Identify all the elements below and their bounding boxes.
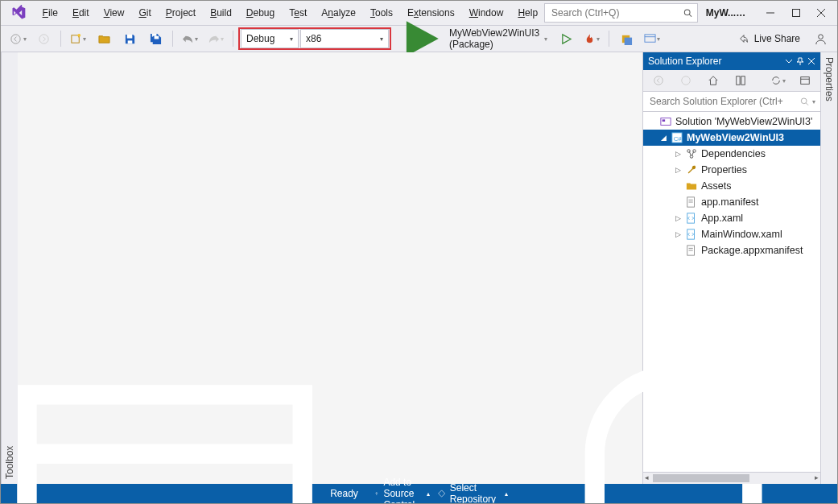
toolbox-tab[interactable]: Toolbox (1, 52, 18, 484)
svg-point-35 (690, 155, 693, 159)
start-without-debugging-button[interactable] (554, 29, 578, 48)
visual-studio-logo-icon (9, 3, 28, 23)
xaml-icon (685, 212, 698, 225)
menu-build[interactable]: Build (204, 4, 238, 22)
search-icon (800, 97, 809, 106)
svg-rect-3 (792, 10, 799, 17)
solution-explorer-hscrollbar[interactable]: ◂▸ (643, 472, 820, 484)
tree-label: MainWindow.xaml (701, 229, 782, 240)
svg-point-9 (77, 33, 80, 36)
live-share-label: Live Share (754, 33, 800, 44)
svg-rect-24 (741, 76, 745, 85)
window-close-button[interactable] (809, 2, 834, 24)
global-search[interactable] (544, 3, 698, 23)
tree-label: Package.appxmanifest (701, 245, 803, 256)
tree-node-assets[interactable]: Assets (643, 178, 820, 194)
folder-icon (685, 180, 698, 192)
menu-project[interactable]: Project (159, 4, 202, 22)
select-repository-button[interactable]: Select Repository ▴ (438, 482, 508, 504)
project-node[interactable]: ◢ C# MyWebView2WinUI3 (643, 130, 820, 146)
platform-value: x86 (306, 33, 321, 44)
svg-point-22 (682, 76, 691, 85)
manifest-icon (685, 244, 698, 257)
tree-node-dependencies[interactable]: ▷ Dependencies (643, 146, 820, 162)
solution-explorer-title-bar[interactable]: Solution Explorer (643, 52, 820, 70)
se-back-button[interactable] (646, 71, 671, 90)
pane-close-icon[interactable] (807, 57, 815, 65)
window-minimize-button[interactable] (758, 2, 783, 24)
solution-label: Solution 'MyWebView2WinUI3' (675, 116, 812, 127)
platform-dropdown[interactable]: x86 ▾ (300, 29, 389, 48)
open-file-button[interactable] (92, 29, 116, 48)
tree-label: Dependencies (701, 148, 766, 159)
se-sync-button[interactable]: ▾ (766, 71, 790, 90)
add-to-source-control-button[interactable]: Add to Source Control ▴ (374, 477, 430, 504)
svg-rect-15 (624, 37, 631, 44)
svg-line-1 (689, 14, 691, 17)
main-toolbar: ▾ ▾ ▾ ▾ Debug ▾ x86 ▾ MyWebView2WinUI3 (… (1, 26, 837, 52)
svg-point-27 (802, 98, 807, 104)
tree-node-package-manifest[interactable]: Package.appxmanifest (643, 242, 820, 258)
svg-point-21 (654, 76, 663, 85)
svg-rect-30 (663, 119, 666, 122)
solution-explorer-title: Solution Explorer (648, 56, 721, 67)
menu-edit[interactable]: Edit (66, 4, 96, 22)
tree-node-app-xaml[interactable]: ▷ App.xaml (643, 210, 820, 226)
svg-line-28 (807, 103, 809, 105)
window-maximize-button[interactable] (783, 2, 808, 24)
global-search-input[interactable] (550, 6, 680, 19)
undo-button[interactable]: ▾ (178, 29, 202, 48)
pane-pin-icon[interactable] (796, 57, 804, 65)
sb-repo-label: Select Repository (450, 482, 500, 504)
redo-button[interactable]: ▾ (204, 29, 228, 48)
hot-reload-button[interactable]: ▾ (580, 29, 604, 48)
tree-label: Properties (701, 164, 747, 176)
tree-label: Assets (701, 180, 732, 192)
wrench-icon (685, 163, 698, 176)
menu-file[interactable]: File (36, 4, 64, 22)
menu-test[interactable]: Test (283, 4, 313, 22)
new-item-button[interactable]: ▾ (66, 29, 90, 48)
manifest-icon (685, 196, 698, 209)
svg-point-18 (818, 34, 823, 39)
menu-git[interactable]: Git (132, 4, 157, 22)
solution-explorer-search-input[interactable] (648, 95, 800, 108)
nav-forward-button[interactable] (31, 29, 56, 48)
svg-rect-8 (72, 35, 79, 42)
pane-dropdown-icon[interactable] (785, 57, 793, 65)
solution-explorer-toolbar: ▾ ⋯ (643, 70, 820, 92)
solution-icon (659, 115, 672, 128)
menu-debug[interactable]: Debug (240, 4, 281, 22)
configuration-dropdown[interactable]: Debug ▾ (241, 29, 299, 48)
csproj-icon: C# (671, 131, 683, 144)
menu-analyze[interactable]: Analyze (315, 4, 362, 22)
status-output-icon[interactable] (7, 336, 322, 504)
menu-view[interactable]: View (97, 4, 131, 22)
live-share-button[interactable]: Live Share (732, 33, 807, 44)
tree-node-app-manifest[interactable]: app.manifest (643, 194, 820, 210)
svg-rect-46 (438, 490, 444, 497)
se-forward-button[interactable] (674, 71, 698, 90)
se-refresh-button[interactable] (793, 71, 817, 90)
svg-rect-13 (154, 35, 159, 39)
tree-node-mainwindow-xaml[interactable]: ▷ MainWindow.xaml (643, 226, 820, 242)
save-all-button[interactable] (143, 29, 167, 48)
config-platform-highlight: Debug ▾ x86 ▾ (238, 27, 391, 50)
nav-back-button[interactable]: ▾ (6, 29, 30, 48)
project-name: MyW...UI3 (706, 7, 750, 19)
configuration-value: Debug (246, 33, 275, 44)
tree-label: App.xaml (701, 213, 743, 224)
svg-rect-11 (127, 40, 132, 43)
tree-node-properties[interactable]: ▷ Properties (643, 162, 820, 178)
account-button[interactable] (808, 29, 832, 48)
toolbar-button-b[interactable]: ▾ (640, 29, 664, 48)
svg-point-7 (39, 34, 47, 43)
save-button[interactable] (118, 29, 142, 48)
toolbar-button-a[interactable] (614, 29, 638, 48)
se-switch-views-button[interactable] (729, 71, 753, 90)
se-home-button[interactable] (701, 71, 725, 90)
svg-rect-10 (126, 34, 132, 38)
xaml-icon (685, 228, 698, 241)
solution-node[interactable]: Solution 'MyWebView2WinUI3' (643, 114, 820, 130)
solution-explorer-search[interactable]: ▾ (643, 92, 820, 112)
